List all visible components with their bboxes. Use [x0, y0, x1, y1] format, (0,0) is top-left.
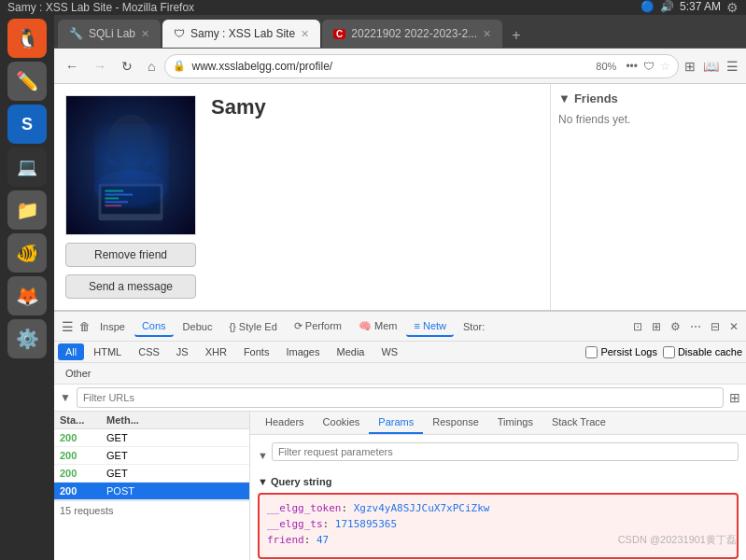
net-tab-fonts[interactable]: Fonts	[236, 343, 277, 360]
net-tab-other[interactable]: Other	[58, 365, 99, 382]
tab-csdn-label: 20221902 2022-2023-2...	[351, 27, 477, 40]
net-tab-images[interactable]: Images	[278, 343, 327, 360]
tab-csdn[interactable]: C 20221902 2022-2023-2... ✕	[322, 20, 502, 48]
dt-tab-style[interactable]: {} Style Ed	[221, 317, 284, 336]
star-icon[interactable]: ☆	[660, 60, 670, 73]
tab-xss[interactable]: 🛡 Samy : XSS Lab Site ✕	[162, 20, 320, 48]
dt-tab-performance[interactable]: ⟳ Perform	[287, 316, 349, 336]
detail-tab-bar: Headers Cookies Params Response Timings …	[250, 412, 746, 435]
sidebar-files-icon[interactable]: 📁	[7, 190, 47, 230]
forward-button[interactable]: →	[88, 55, 112, 77]
dt-tab-storage[interactable]: Stor:	[456, 317, 492, 336]
tab-csdn-close[interactable]: ✕	[483, 28, 491, 40]
svg-rect-4	[99, 184, 163, 220]
filter-params-input[interactable]	[272, 442, 739, 461]
reader-icon[interactable]: 📖	[701, 57, 721, 76]
filter-triangle-icon: ▼	[60, 391, 71, 404]
requests-footer: 15 requests	[54, 500, 249, 520]
nav-icons: ⊞ 📖 ☰	[683, 57, 740, 76]
dt-close-icon[interactable]: ✕	[725, 318, 742, 335]
page-body: Remove friend Send a message Samy ▼ Frie…	[54, 84, 746, 310]
tab-sqli[interactable]: 🔧 SQLi Lab ✕	[58, 20, 161, 48]
detail-tab-response[interactable]: Response	[423, 412, 488, 434]
disable-cache-group[interactable]: Disable cache	[663, 346, 742, 358]
table-row[interactable]: 200 GET	[54, 429, 249, 447]
detail-tab-headers[interactable]: Headers	[256, 412, 314, 434]
persist-logs-checkbox[interactable]	[585, 346, 598, 358]
devtools-trash-icon[interactable]: 🗑	[79, 320, 91, 333]
main-area: 🐧 ✏️ S 💻 📁 🐠 🦊 ⚙️	[0, 15, 746, 560]
table-row[interactable]: 200 GET	[54, 447, 249, 465]
net-tab-media[interactable]: Media	[329, 343, 372, 360]
sidebar-editor-icon[interactable]: ✏️	[7, 62, 47, 101]
profile-section: Remove friend Send a message Samy	[54, 84, 550, 310]
net-tab-js[interactable]: JS	[169, 343, 196, 360]
svg-rect-8	[105, 198, 119, 200]
dt-dock-icon[interactable]: ⊟	[707, 318, 724, 335]
devtools-hamburger[interactable]: ☰	[58, 319, 77, 334]
query-string-section: ▼ Query string	[258, 476, 739, 487]
tab-sqli-close[interactable]: ✕	[141, 28, 149, 40]
detail-tab-timings[interactable]: Timings	[488, 412, 542, 434]
method-col-header: Meth...	[106, 414, 244, 426]
tab-csdn-icon: C	[333, 29, 345, 39]
net-tab-all[interactable]: All	[58, 343, 84, 360]
collections-icon[interactable]: ⊞	[683, 57, 697, 76]
svg-rect-5	[101, 187, 160, 215]
sidebar-settings-icon[interactable]: ⚙️	[7, 319, 47, 358]
tab-xss-close[interactable]: ✕	[301, 28, 309, 40]
sidebar-terminal-icon[interactable]: 💻	[7, 147, 47, 187]
net-tab-html[interactable]: HTML	[86, 343, 129, 360]
dt-responsive-icon[interactable]: ⊡	[629, 318, 646, 335]
detail-tab-params[interactable]: Params	[369, 412, 423, 434]
settings-icon[interactable]: ⚙	[726, 0, 739, 15]
back-button[interactable]: ←	[60, 55, 84, 77]
sidebar-firefox-icon[interactable]: 🦊	[7, 276, 47, 315]
new-tab-button[interactable]: +	[504, 23, 528, 48]
param-value: 47	[317, 534, 329, 546]
dt-settings-icon[interactable]: ⚙	[667, 318, 684, 335]
menu-icon[interactable]: ☰	[725, 57, 740, 76]
dt-tab-memory[interactable]: 🧠 Mem	[351, 316, 405, 336]
bookmark-icon[interactable]: 🛡	[643, 60, 655, 73]
net-tab-xhr[interactable]: XHR	[198, 343, 234, 360]
dt-tab-inspector[interactable]: Inspe	[92, 317, 133, 336]
persist-logs-group[interactable]: Persist Logs	[585, 346, 657, 358]
list-item: __elgg_ts: 1715895365	[267, 518, 729, 530]
query-params-box: __elgg_token: Xgzv4yA8SJJCuX7xPCiZkw __e…	[258, 493, 739, 559]
clock: 5:37 AM	[680, 0, 721, 15]
net-tab-ws[interactable]: WS	[373, 343, 405, 360]
param-key: __elgg_token	[267, 502, 341, 514]
titlebar: Samy : XSS Lab Site - Mozilla Firefox 🔵 …	[0, 0, 746, 15]
dt-tab-network[interactable]: ≡ Netw	[406, 316, 454, 337]
detail-tab-cookies[interactable]: Cookies	[314, 412, 370, 434]
address-bar[interactable]: 🔒 www.xsslabelgg.com/profile/ 80% ••• 🛡 …	[164, 54, 679, 78]
detail-tab-stacktrace[interactable]: Stack Trace	[542, 412, 615, 434]
disable-cache-checkbox[interactable]	[663, 346, 675, 358]
home-button[interactable]: ⌂	[142, 55, 161, 77]
status-badge: 200	[60, 432, 106, 443]
table-row[interactable]: 200 POST	[54, 483, 249, 500]
param-value: 1715895365	[335, 518, 397, 530]
svg-rect-7	[105, 194, 133, 196]
method-label: GET	[106, 432, 244, 443]
net-tab-css[interactable]: CSS	[131, 343, 167, 360]
reload-button[interactable]: ↻	[116, 55, 138, 77]
method-label: POST	[106, 485, 244, 497]
send-message-button[interactable]: Send a message	[65, 274, 196, 299]
dt-pick-icon[interactable]: ⊞	[648, 318, 665, 335]
param-key: __elgg_ts	[267, 518, 323, 530]
sidebar-s-icon[interactable]: S	[7, 105, 47, 144]
sidebar-wireshark-icon[interactable]: 🐠	[7, 233, 47, 273]
filter-input[interactable]	[77, 387, 724, 408]
table-row[interactable]: 200 GET	[54, 465, 249, 483]
more-icon[interactable]: •••	[626, 60, 638, 73]
tab-bar: 🔧 SQLi Lab ✕ 🛡 Samy : XSS Lab Site ✕ C 2…	[54, 15, 746, 49]
remove-friend-button[interactable]: Remove friend	[65, 243, 196, 267]
dt-tab-debugger[interactable]: Debuc	[176, 317, 220, 336]
dt-ellipsis-icon[interactable]: ⋯	[686, 318, 705, 335]
zoom-badge[interactable]: 80%	[592, 59, 620, 74]
sidebar-ubuntu-icon[interactable]: 🐧	[7, 19, 47, 58]
dt-tab-console[interactable]: Cons	[134, 316, 174, 337]
filter-action-icon[interactable]: ⊞	[729, 390, 740, 405]
